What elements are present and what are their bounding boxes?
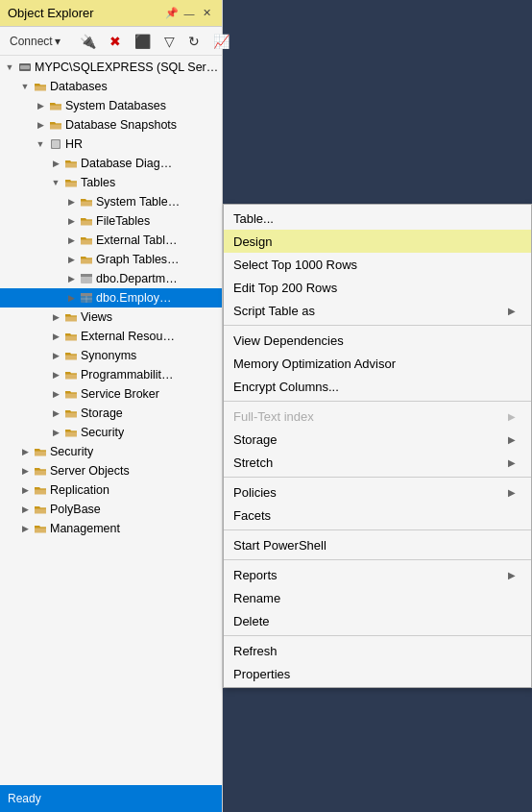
activity-monitor-icon[interactable]: 📈: [207, 32, 235, 51]
tree-item-security[interactable]: ▶Security: [0, 442, 222, 461]
tree-item-filetables[interactable]: ▶FileTables: [0, 211, 222, 231]
tree-item-databases[interactable]: ▼Databases: [0, 77, 222, 96]
tree-label-emp: dbo.Employ…: [96, 291, 172, 305]
tree-item-graphtables[interactable]: ▶Graph Tables…: [0, 250, 222, 269]
tree-item-dept[interactable]: ▶dbo.Departm…: [0, 269, 222, 288]
tree-expander-databases[interactable]: ▼: [17, 79, 33, 94]
tree-item-emp[interactable]: ▶dbo.Employ…: [0, 288, 222, 308]
tree-item-tables[interactable]: ▼Tables: [0, 173, 222, 192]
disconnect-icon[interactable]: ✖: [104, 32, 127, 51]
tree-expander-serverobjects[interactable]: ▶: [17, 463, 33, 479]
tree-label-serverobjects: Server Objects: [50, 464, 130, 478]
tree-icon-sysdb: [48, 98, 63, 113]
tree-item-server[interactable]: ▼MYPC\SQLEXPRESS (SQL Server 15.0.2000 -…: [0, 58, 222, 77]
stop-icon[interactable]: ⬛: [129, 32, 157, 51]
filter-icon[interactable]: ▽: [158, 32, 181, 51]
tree-item-programmability[interactable]: ▶Programmabilit…: [0, 365, 222, 384]
tree-item-management[interactable]: ▶Management: [0, 519, 222, 538]
cm-item-policies[interactable]: Policies▶: [224, 480, 531, 504]
tree-item-polybase[interactable]: ▶PolyBase: [0, 500, 222, 519]
new-query-icon[interactable]: 🔌: [74, 32, 102, 51]
cm-item-edit200[interactable]: Edit Top 200 Rows: [224, 276, 531, 299]
cm-label-rename: Rename: [233, 591, 280, 605]
tree-icon-systables: [79, 194, 94, 209]
tree-item-snapshots[interactable]: ▶Database Snapshots: [0, 115, 222, 135]
tree-expander-servicebroker[interactable]: ▶: [48, 386, 63, 402]
tree-expander-filetables[interactable]: ▶: [63, 213, 79, 229]
tree-item-diagrams[interactable]: ▶Database Diag…: [0, 154, 222, 173]
tree-expander-diagrams[interactable]: ▶: [48, 156, 63, 171]
cm-item-stretch[interactable]: Stretch▶: [224, 451, 531, 474]
refresh-icon[interactable]: ↻: [182, 32, 206, 51]
svg-rect-5: [81, 274, 92, 277]
tree-icon-views: [63, 309, 79, 325]
tree-item-sysdb[interactable]: ▶System Databases: [0, 96, 222, 115]
cm-item-memopt[interactable]: Memory Optimization Advisor: [224, 352, 531, 375]
pin-icon[interactable]: 📌: [164, 6, 180, 21]
tree-expander-extresources[interactable]: ▶: [48, 329, 63, 344]
tree-label-exttables: External Tabl…: [96, 234, 178, 247]
tree-icon-servicebroker: [63, 386, 79, 402]
tree-expander-exttables[interactable]: ▶: [63, 233, 79, 248]
tree-item-security_hr[interactable]: ▶Security: [0, 423, 222, 442]
tree-expander-storage[interactable]: ▶: [48, 406, 63, 421]
tree-item-hr[interactable]: ▼HR: [0, 135, 222, 154]
tree-expander-tables[interactable]: ▼: [48, 175, 63, 190]
tree-icon-dept: [79, 271, 94, 286]
minimize-icon[interactable]: —: [181, 6, 197, 21]
svg-rect-9: [81, 293, 92, 296]
tree-icon-snapshots: [48, 117, 63, 133]
cm-item-encryptcols[interactable]: Encrypt Columns...: [224, 375, 531, 398]
tree-item-views[interactable]: ▶Views: [0, 308, 222, 327]
tree-expander-security[interactable]: ▶: [17, 444, 33, 459]
tree-expander-polybase[interactable]: ▶: [17, 502, 33, 517]
cm-item-facets[interactable]: Facets: [224, 504, 531, 527]
tree-label-programmability: Programmabilit…: [81, 368, 174, 381]
tree-item-systables[interactable]: ▶System Table…: [0, 192, 222, 211]
tree-icon-tables: [63, 175, 79, 190]
cm-separator-after-delete: [224, 635, 531, 636]
tree-expander-security_hr[interactable]: ▶: [48, 425, 63, 440]
tree-label-security: Security: [50, 445, 93, 458]
cm-item-design[interactable]: Design: [224, 230, 531, 253]
cm-item-delete[interactable]: Delete: [224, 609, 531, 632]
tree-expander-sysdb[interactable]: ▶: [33, 98, 48, 113]
cm-item-table[interactable]: Table...: [224, 207, 531, 230]
title-buttons: 📌 — ✕: [164, 6, 214, 21]
tree-expander-systables[interactable]: ▶: [63, 194, 79, 209]
cm-item-viewdeps[interactable]: View Dependencies: [224, 329, 531, 352]
tree-item-synonyms[interactable]: ▶Synonyms: [0, 346, 222, 365]
tree-expander-server[interactable]: ▼: [2, 60, 17, 75]
tree-expander-management[interactable]: ▶: [17, 521, 33, 536]
tree-expander-views[interactable]: ▶: [48, 309, 63, 325]
tree-item-serverobjects[interactable]: ▶Server Objects: [0, 461, 222, 480]
tree-label-systables: System Table…: [96, 195, 180, 209]
cm-item-storage[interactable]: Storage▶: [224, 428, 531, 451]
connect-button[interactable]: Connect ▾: [4, 33, 66, 50]
tree-item-servicebroker[interactable]: ▶Service Broker: [0, 384, 222, 404]
tree-item-storage[interactable]: ▶Storage: [0, 404, 222, 423]
tree-icon-replication: [33, 482, 48, 498]
cm-item-select1000[interactable]: Select Top 1000 Rows: [224, 253, 531, 276]
cm-item-powershell[interactable]: Start PowerShell: [224, 533, 531, 556]
cm-item-scriptas[interactable]: Script Table as▶: [224, 299, 531, 322]
tree-expander-replication[interactable]: ▶: [17, 482, 33, 498]
tree-expander-programmability[interactable]: ▶: [48, 367, 63, 382]
tree-item-exttables[interactable]: ▶External Tabl…: [0, 231, 222, 250]
tree-item-extresources[interactable]: ▶External Resou…: [0, 327, 222, 346]
close-icon[interactable]: ✕: [199, 6, 214, 21]
cm-item-refresh[interactable]: Refresh: [224, 639, 531, 662]
svg-rect-3: [52, 140, 60, 148]
panel-title: Object Explorer: [8, 6, 94, 20]
tree-item-replication[interactable]: ▶Replication: [0, 480, 222, 500]
tree-expander-snapshots[interactable]: ▶: [33, 117, 48, 133]
cm-item-reports[interactable]: Reports▶: [224, 563, 531, 586]
tree-expander-emp[interactable]: ▶: [63, 290, 79, 306]
tree-expander-synonyms[interactable]: ▶: [48, 348, 63, 363]
tree-icon-emp: [79, 290, 94, 306]
tree-expander-hr[interactable]: ▼: [33, 136, 48, 152]
cm-item-rename[interactable]: Rename: [224, 586, 531, 609]
tree-expander-dept[interactable]: ▶: [63, 271, 79, 286]
tree-expander-graphtables[interactable]: ▶: [63, 252, 79, 267]
cm-item-properties[interactable]: Properties: [224, 662, 531, 685]
